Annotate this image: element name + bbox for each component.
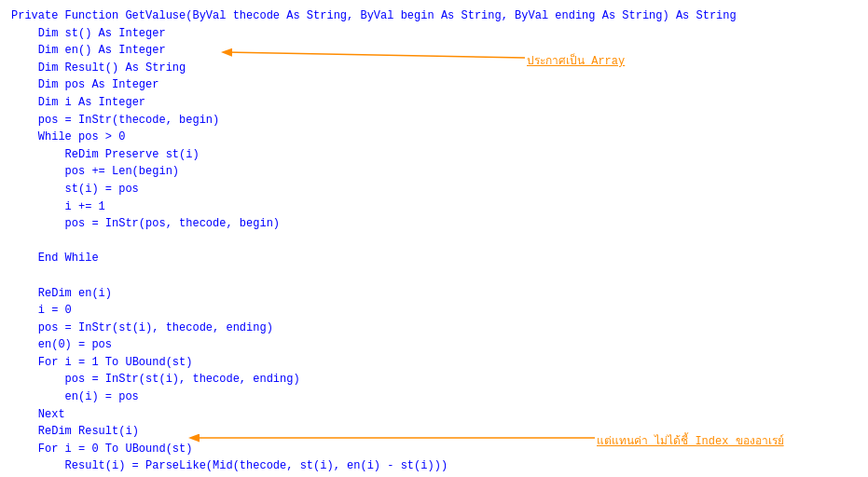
code-line-21: For i = 1 To UBound(st) <box>11 354 857 372</box>
code-line-19: pos = InStr(st(i), thecode, ending) <box>11 320 857 337</box>
code-line-20: en(0) = pos <box>11 336 857 354</box>
code-line-5: Dim pos As Integer <box>11 76 857 94</box>
code-line-2: Dim st() As Integer <box>11 25 857 43</box>
code-line-15: End While <box>11 250 857 267</box>
code-line-22: pos = InStr(st(i), thecode, ending) <box>11 371 857 388</box>
code-line-11: st(i) = pos <box>11 181 857 198</box>
code-editor: Private Function GetValuse(ByVal thecode… <box>0 0 868 477</box>
code-line-17: ReDim en(i) <box>11 285 857 303</box>
code-line-24: Next <box>11 406 857 424</box>
code-line-10: pos += Len(begin) <box>11 163 857 181</box>
annotation-array: ประกาศเป็น Array <box>527 51 625 69</box>
code-line-8: While pos > 0 <box>11 129 857 146</box>
code-line-16 <box>11 267 857 285</box>
code-line-7: pos = InStr(thecode, begin) <box>11 112 857 129</box>
code-line-1: Private Function GetValuse(ByVal thecode… <box>11 7 857 25</box>
code-line-23: en(i) = pos <box>11 388 857 406</box>
code-line-9: ReDim Preserve st(i) <box>11 146 857 164</box>
code-line-13: pos = InStr(pos, thecode, begin) <box>11 215 857 233</box>
code-line-18: i = 0 <box>11 302 857 320</box>
code-line-3: Dim en() As Integer <box>11 42 857 60</box>
code-line-27: Result(i) = ParseLike(Mid(thecode, st(i)… <box>11 457 857 475</box>
annotation-index: แต่แทนค่า ไม่ได้ชี้ Index ของอาเรย์ <box>597 431 784 449</box>
code-line-6: Dim i As Integer <box>11 94 857 112</box>
code-line-12: i += 1 <box>11 198 857 216</box>
code-line-4: Dim Result() As String <box>11 60 857 77</box>
code-line-14 <box>11 233 857 251</box>
